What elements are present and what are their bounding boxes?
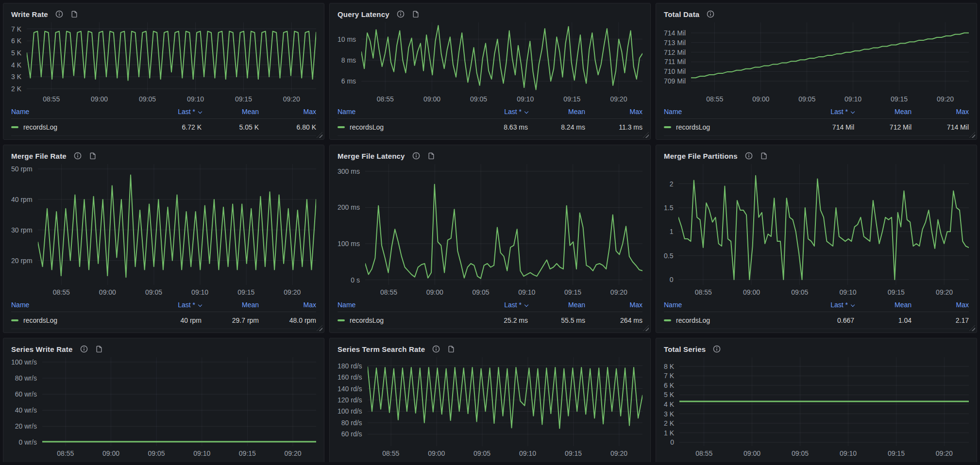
legend-header-max[interactable]: Max (259, 108, 316, 116)
panel-resize-handle[interactable] (317, 132, 322, 138)
panel-header: Series Term Search Rate (338, 342, 642, 356)
legend-header-max[interactable]: Max (585, 301, 642, 309)
legend-header-mean[interactable]: Mean (202, 108, 259, 116)
panel-title[interactable]: Total Data (664, 10, 699, 18)
y-tick-label: 50 rpm (11, 165, 33, 173)
y-tick-label: 8 ms (341, 56, 356, 64)
document-icon[interactable] (89, 152, 97, 160)
y-tick-label: 0.5 (664, 252, 673, 260)
info-icon[interactable] (713, 345, 721, 353)
info-icon[interactable] (707, 10, 714, 18)
legend-header-max[interactable]: Max (585, 108, 642, 116)
legend: Name Last * Mean Max recordsLog 8.63 ms … (338, 105, 642, 136)
y-tick-label: 100 wr/s (11, 358, 37, 366)
panel-title[interactable]: Series Term Search Rate (338, 345, 425, 353)
info-icon[interactable] (412, 152, 420, 160)
series-max-value: 6.80 K (259, 123, 316, 131)
legend-header-mean[interactable]: Mean (202, 301, 259, 309)
plot-area[interactable] (678, 164, 969, 285)
x-tick-label: 09:00 (743, 449, 760, 457)
series-color-swatch[interactable] (11, 319, 18, 321)
series-color-swatch[interactable] (664, 126, 671, 128)
legend-header-max[interactable]: Max (259, 301, 316, 309)
series-color-swatch[interactable] (338, 126, 345, 128)
legend-header-mean[interactable]: Mean (854, 108, 912, 116)
legend-header-name[interactable]: Name (338, 108, 471, 116)
legend-header-last-label: Last * (178, 301, 195, 309)
document-icon[interactable] (412, 10, 420, 18)
plot-area[interactable] (679, 357, 969, 446)
document-icon[interactable] (95, 345, 103, 353)
document-icon[interactable] (447, 345, 455, 353)
y-tick-label: 80 wr/s (15, 374, 37, 382)
legend-header-last[interactable]: Last * (471, 301, 528, 309)
panel-resize-handle[interactable] (969, 132, 975, 138)
panel-title[interactable]: Query Latency (338, 10, 389, 18)
x-tick-label: 09:00 (428, 449, 445, 457)
legend-header-name[interactable]: Name (664, 301, 797, 309)
series-color-swatch[interactable] (338, 319, 345, 321)
panel-title[interactable]: Merge File Latency (338, 152, 405, 160)
info-icon[interactable] (745, 152, 753, 160)
series-name[interactable]: recordsLog (23, 316, 57, 324)
series-mean-value: 29.7 rpm (202, 316, 259, 324)
info-icon[interactable] (74, 152, 82, 160)
legend-header-last[interactable]: Last * (797, 108, 854, 116)
document-icon[interactable] (70, 10, 78, 18)
info-icon[interactable] (397, 10, 405, 18)
legend-header-last[interactable]: Last * (797, 301, 854, 309)
legend-header-name[interactable]: Name (338, 301, 471, 309)
info-icon[interactable] (55, 10, 63, 18)
panel-title[interactable]: Merge File Rate (11, 152, 67, 160)
series-color-swatch[interactable] (664, 319, 671, 321)
legend-header-name[interactable]: Name (11, 108, 144, 116)
series-name[interactable]: recordsLog (350, 316, 384, 324)
panel-title[interactable]: Series Write Rate (11, 345, 73, 353)
x-tick-label: 09:10 (519, 449, 536, 457)
legend-header-name[interactable]: Name (664, 108, 797, 116)
series-color-swatch[interactable] (11, 126, 18, 128)
x-tick-label: 08:55 (706, 95, 723, 103)
plot-area[interactable] (368, 357, 642, 446)
panel-title[interactable]: Merge File Partitions (664, 152, 738, 160)
plot-area[interactable] (365, 164, 642, 285)
panel-title[interactable]: Write Rate (11, 10, 48, 18)
legend-header-mean[interactable]: Mean (528, 301, 585, 309)
x-tick-label: 09:00 (91, 95, 108, 103)
panel-resize-handle[interactable] (643, 325, 649, 331)
series-name[interactable]: recordsLog (350, 123, 384, 131)
legend-header-last[interactable]: Last * (144, 108, 202, 116)
legend-header-last[interactable]: Last * (144, 301, 202, 309)
panel-title[interactable]: Total Series (664, 345, 706, 353)
y-tick-label: 7 K (664, 372, 674, 380)
y-tick-label: 4 K (664, 400, 674, 408)
panel-resize-handle[interactable] (317, 325, 322, 331)
series-name[interactable]: recordsLog (676, 316, 710, 324)
legend: Name Last * Mean Max recordsLog 6.72 K 5… (11, 105, 316, 136)
document-icon[interactable] (760, 152, 768, 160)
series-name[interactable]: recordsLog (676, 123, 710, 131)
legend-series-row: recordsLog 40 rpm 29.7 rpm 48.0 rpm (11, 312, 316, 329)
info-icon[interactable] (80, 345, 88, 353)
legend-header-max[interactable]: Max (912, 301, 969, 309)
series-name[interactable]: recordsLog (23, 123, 57, 131)
legend-header-name[interactable]: Name (11, 301, 144, 309)
plot-area[interactable] (27, 22, 316, 92)
plot-area[interactable] (42, 357, 316, 446)
legend-header-mean[interactable]: Mean (528, 108, 585, 116)
panel-resize-handle[interactable] (969, 325, 975, 331)
plot-area[interactable] (38, 164, 316, 285)
legend-series-row: recordsLog 714 Mil 712 Mil 714 Mil (664, 119, 969, 136)
info-icon[interactable] (432, 345, 440, 353)
document-icon[interactable] (427, 152, 435, 160)
plot-area[interactable] (361, 22, 642, 92)
series-mean-value: 8.24 ms (528, 123, 585, 131)
y-tick-label: 6 K (664, 382, 674, 389)
legend-header-mean[interactable]: Mean (854, 301, 912, 309)
x-tick-label: 09:20 (610, 95, 627, 103)
panel-resize-handle[interactable] (643, 132, 649, 138)
legend-header-max[interactable]: Max (912, 108, 969, 116)
y-tick-label: 40 rpm (11, 196, 33, 203)
legend-header-last[interactable]: Last * (471, 108, 528, 116)
plot-area[interactable] (691, 22, 969, 92)
